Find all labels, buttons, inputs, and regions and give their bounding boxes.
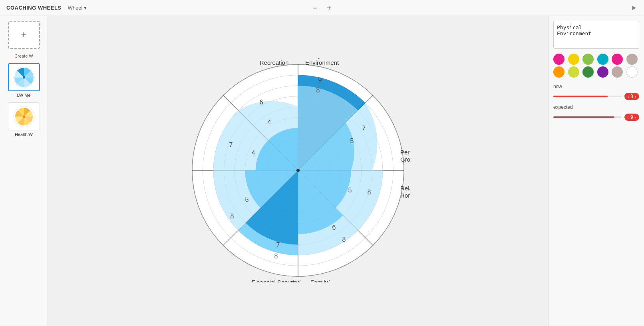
now-increment-button[interactable]: › — [635, 94, 636, 99]
main-canvas[interactable]: 9 8 7 5 8 5 8 6 8 7 8 5 7 4 — [48, 16, 548, 326]
color-swatch-5[interactable] — [626, 54, 638, 65]
create-wheel-label: Create W — [14, 54, 33, 58]
send-button[interactable]: ► — [630, 4, 638, 12]
wheel-item-health[interactable]: Health/W — [8, 102, 40, 137]
zoom-in-button[interactable]: + — [327, 4, 332, 12]
wheel-item-lw-me[interactable]: LW Me — [8, 63, 40, 98]
svg-text:8: 8 — [342, 236, 346, 243]
svg-text:Relationship/: Relationship/ — [400, 185, 410, 192]
svg-text:Environment: Environment — [305, 59, 339, 66]
svg-text:4: 4 — [268, 119, 271, 126]
now-slider-row: ‹ 8 › — [553, 93, 639, 100]
color-swatch-7[interactable] — [568, 66, 579, 78]
color-swatch-9[interactable] — [597, 66, 608, 78]
now-decrement-button[interactable]: ‹ — [628, 94, 629, 99]
svg-point-35 — [296, 169, 300, 172]
wheel-label-health: Health/W — [15, 132, 33, 137]
color-swatch-2[interactable] — [582, 54, 594, 65]
wheel-label-lw-me: LW Me — [17, 93, 30, 98]
svg-text:8: 8 — [316, 87, 320, 94]
expected-slider-fill — [553, 116, 614, 118]
color-swatch-6[interactable] — [553, 66, 564, 78]
svg-point-1 — [23, 76, 25, 78]
segment-name-textarea[interactable] — [553, 21, 639, 49]
now-slider-fill — [553, 96, 608, 97]
svg-text:9: 9 — [318, 77, 322, 84]
expected-slider-badge: ‹ 9 › — [624, 114, 639, 121]
svg-text:Personal: Personal — [400, 149, 410, 156]
svg-text:5: 5 — [245, 196, 249, 203]
expected-decrement-button[interactable]: ‹ — [628, 115, 629, 120]
svg-text:7: 7 — [229, 142, 233, 148]
svg-text:5: 5 — [350, 138, 354, 144]
slider-section: now ‹ 8 › expected ‹ — [553, 82, 639, 121]
zoom-out-button[interactable]: − — [312, 4, 317, 12]
create-wheel-button[interactable]: + — [8, 21, 40, 49]
wheel-svg[interactable]: 9 8 7 5 8 5 8 6 8 7 8 5 7 4 — [186, 58, 410, 282]
svg-text:Growth: Growth — [400, 156, 410, 163]
chevron-down-icon: ▾ — [84, 5, 87, 11]
svg-text:6: 6 — [332, 224, 336, 231]
color-picker — [553, 54, 639, 78]
svg-text:Fun/: Fun/ — [268, 58, 280, 59]
color-swatch-1[interactable] — [568, 54, 579, 65]
expected-increment-button[interactable]: › — [635, 115, 636, 120]
app-title: COACHING WHEELS — [6, 5, 62, 11]
wheel-thumb-health — [8, 102, 40, 130]
now-slider-label: now — [553, 82, 639, 90]
color-swatch-0[interactable] — [553, 54, 564, 65]
main-layout: + Create W — [0, 16, 644, 326]
svg-text:8: 8 — [368, 189, 371, 196]
sidebar: + Create W — [0, 16, 48, 326]
svg-text:Romance: Romance — [400, 192, 410, 199]
color-swatch-11[interactable] — [626, 66, 638, 78]
svg-point-3 — [23, 115, 25, 118]
wheel-thumb-lw-me — [8, 63, 40, 91]
now-value: 8 — [630, 94, 633, 99]
wheel-container: 9 8 7 5 8 5 8 6 8 7 8 5 7 4 — [186, 58, 410, 284]
plus-icon: + — [21, 30, 26, 40]
expected-slider-label: expected — [553, 103, 639, 110]
expected-value: 9 — [630, 114, 633, 120]
color-swatch-3[interactable] — [597, 54, 608, 65]
svg-text:8: 8 — [274, 253, 278, 260]
topbar: COACHING WHEELS Wheel ▾ − + ► — [0, 0, 644, 16]
now-slider-track[interactable] — [553, 96, 621, 97]
wheel-menu[interactable]: Wheel ▾ — [68, 5, 87, 11]
svg-text:Financial Security/: Financial Security/ — [252, 279, 301, 282]
expected-slider-track[interactable] — [553, 116, 621, 118]
svg-text:6: 6 — [260, 99, 263, 106]
expected-slider-row: ‹ 9 › — [553, 114, 639, 121]
color-swatch-4[interactable] — [612, 54, 623, 65]
color-swatch-8[interactable] — [582, 66, 594, 78]
svg-text:Family/: Family/ — [310, 279, 330, 282]
svg-text:8: 8 — [231, 213, 234, 220]
svg-text:4: 4 — [252, 150, 255, 156]
svg-text:Recreation: Recreation — [260, 59, 289, 66]
svg-text:Physical: Physical — [311, 58, 333, 59]
zoom-controls: − + — [312, 4, 331, 12]
svg-text:7: 7 — [362, 125, 366, 132]
svg-text:7: 7 — [276, 242, 280, 248]
now-slider-badge: ‹ 8 › — [624, 93, 639, 100]
svg-text:5: 5 — [348, 187, 352, 194]
color-swatch-10[interactable] — [612, 66, 623, 78]
right-panel: now ‹ 8 › expected ‹ — [548, 16, 644, 326]
